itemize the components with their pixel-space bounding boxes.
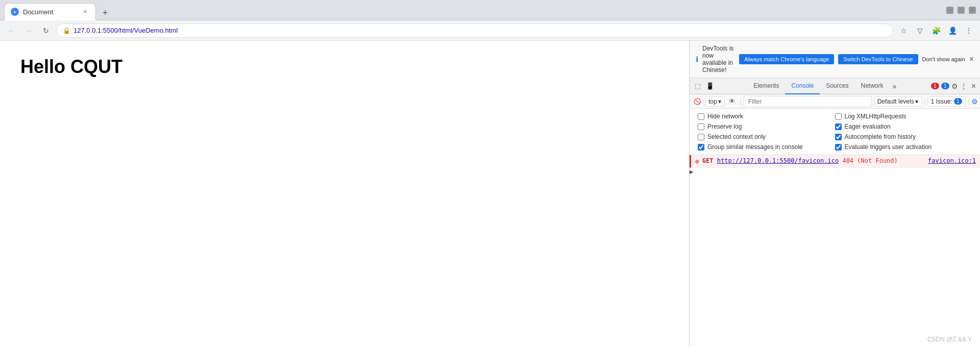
eager-eval-checkbox[interactable] — [835, 123, 842, 130]
log-entry-text: GET http://127.0.0.1:5500/favicon.ico 40… — [702, 157, 925, 164]
setting-hide-network: Hide network — [698, 113, 835, 120]
devtools-icon-group: ⬚ 📱 — [692, 80, 716, 92]
tab-sources[interactable]: Sources — [820, 78, 854, 94]
levels-chevron-icon: ▾ — [915, 98, 918, 105]
eye-icon[interactable]: 👁 — [727, 96, 738, 107]
setting-eval-triggers: Evaluate triggers user activation — [835, 143, 972, 151]
log-entry-error: ⊗ GET http://127.0.0.1:5500/favicon.ico … — [690, 155, 980, 168]
eval-triggers-label: Evaluate triggers user activation — [845, 143, 932, 151]
device-icon[interactable]: 📱 — [704, 80, 716, 92]
error-badge: 1 — [931, 83, 939, 89]
group-similar-checkbox[interactable] — [698, 144, 704, 151]
tab-bar: Document × + — [4, 0, 112, 20]
menu-icon[interactable]: ⋮ — [962, 23, 976, 38]
context-dropdown[interactable]: top ▾ — [705, 96, 725, 107]
notification-info-icon: ℹ — [696, 55, 698, 63]
hide-network-label: Hide network — [707, 113, 743, 120]
settings-right-col: Log XMLHttpRequests Eager evaluation Aut… — [835, 113, 972, 151]
match-language-button[interactable]: Always match Chrome's language — [739, 54, 834, 64]
setting-selected-context: Selected context only — [698, 133, 835, 140]
more-tabs-button[interactable]: » — [889, 82, 899, 90]
devtools-tabs: ⬚ 📱 Elements Console Sources Network » 1… — [690, 78, 980, 94]
preserve-log-checkbox[interactable] — [698, 123, 704, 130]
page-heading: Hello CQUT — [20, 56, 669, 78]
autocomplete-checkbox[interactable] — [835, 134, 842, 140]
devtools-close-button[interactable]: × — [969, 82, 978, 91]
eval-triggers-checkbox[interactable] — [835, 144, 842, 151]
setting-log-xhr: Log XMLHttpRequests — [835, 113, 972, 120]
selected-context-label: Selected context only — [707, 133, 766, 140]
chevron-down-icon: ▾ — [718, 98, 721, 105]
account-icon[interactable]: 👤 — [945, 23, 960, 38]
console-clear-button[interactable]: 🚫 — [692, 96, 703, 107]
issue-label: 1 Issue: — [931, 98, 952, 105]
log-source[interactable]: favicon.ico:1 — [928, 157, 976, 164]
refresh-button[interactable]: ↻ — [39, 23, 53, 38]
nav-bar: ← → ↻ 🔒 127.0.0.1:5500/html/VueDemo.html… — [0, 20, 980, 41]
profile-icon[interactable]: ▽ — [913, 23, 927, 38]
setting-eager-eval: Eager evaluation — [835, 123, 972, 130]
error-icon: ⊗ — [695, 158, 699, 165]
setting-preserve-log: Preserve log — [698, 123, 835, 130]
cursor-icon[interactable]: ⬚ — [692, 80, 704, 92]
issue-counter: 1 Issue: 1 — [927, 96, 966, 107]
address-text: 127.0.0.1:5500/html/VueDemo.html — [74, 27, 178, 34]
maximize-button[interactable]: □ — [958, 7, 965, 14]
forward-button[interactable]: → — [21, 23, 36, 38]
setting-group-similar: Group similar messages in console — [698, 143, 835, 151]
log-status: 404 (Not Found) — [842, 157, 897, 164]
group-similar-label: Group similar messages in console — [707, 143, 803, 151]
minimize-button[interactable]: ─ — [946, 7, 953, 14]
log-xhr-label: Log XMLHttpRequests — [845, 113, 906, 120]
tab-console[interactable]: Console — [785, 78, 820, 94]
switch-chinese-button[interactable]: Switch DevTools to Chinese — [838, 54, 918, 64]
console-toolbar: 🚫 top ▾ 👁 | Default levels ▾ | 1 Issue: … — [690, 94, 980, 109]
console-log-area: ⊗ GET http://127.0.0.1:5500/favicon.ico … — [690, 155, 980, 347]
browser-chrome: Document × + ─ □ × — [0, 0, 980, 20]
log-levels-dropdown[interactable]: Default levels ▾ — [874, 96, 922, 107]
preserve-log-label: Preserve log — [707, 123, 742, 130]
devtools-panel: ℹ DevTools is now available in Chinese! … — [689, 41, 980, 347]
tab-title: Document — [23, 8, 77, 16]
tab-elements[interactable]: Elements — [747, 78, 785, 94]
settings-left-col: Hide network Preserve log Selected conte… — [698, 113, 835, 151]
console-settings-panel: Hide network Preserve log Selected conte… — [690, 109, 980, 155]
dont-show-again-button[interactable]: Don't show again — [922, 56, 965, 62]
log-expand-arrow[interactable]: ▶ — [690, 168, 980, 176]
autocomplete-label: Autocomplete from history — [845, 133, 916, 140]
console-settings-icon[interactable]: ⚙ — [971, 97, 978, 106]
log-xhr-checkbox[interactable] — [835, 113, 842, 120]
tab-close-button[interactable]: × — [81, 8, 89, 16]
browser-tab[interactable]: Document × — [4, 3, 96, 20]
log-method: GET — [702, 157, 714, 164]
new-tab-button[interactable]: + — [98, 6, 112, 20]
filter-input[interactable] — [744, 96, 872, 107]
message-badge: 1 — [941, 83, 949, 89]
bookmark-icon[interactable]: ☆ — [896, 23, 911, 38]
lock-icon: 🔒 — [63, 27, 70, 34]
notification-text: DevTools is now available in Chinese! — [702, 45, 735, 73]
devtools-notification-bar: ℹ DevTools is now available in Chinese! … — [690, 41, 980, 78]
default-levels-label: Default levels — [877, 98, 914, 105]
close-window-button[interactable]: × — [969, 7, 976, 14]
log-url[interactable]: http://127.0.0.1:5500/favicon.ico — [717, 157, 839, 164]
devtools-more-icon[interactable]: ⋮ — [960, 82, 967, 90]
tab-favicon-icon — [11, 8, 19, 16]
devtools-settings-icon[interactable]: ⚙ — [951, 82, 958, 90]
issue-count-badge: 1 — [954, 98, 962, 105]
setting-autocomplete: Autocomplete from history — [835, 133, 972, 140]
notification-close-button[interactable]: × — [969, 55, 974, 64]
extensions-icon[interactable]: 🧩 — [929, 23, 943, 38]
page-area: Hello CQUT ℹ DevTools is now available i… — [0, 41, 980, 347]
address-bar[interactable]: 🔒 127.0.0.1:5500/html/VueDemo.html — [56, 23, 893, 38]
hide-network-checkbox[interactable] — [698, 113, 704, 120]
devtools-tab-right: 1 1 ⚙ ⋮ × — [931, 82, 978, 91]
selected-context-checkbox[interactable] — [698, 134, 704, 140]
nav-icons: ☆ ▽ 🧩 👤 ⋮ — [896, 23, 976, 38]
page-content: Hello CQUT — [0, 41, 689, 347]
watermark: CSDN @Z && Y — [927, 336, 972, 343]
back-button[interactable]: ← — [4, 23, 18, 38]
tab-network[interactable]: Network — [854, 78, 889, 94]
eager-eval-label: Eager evaluation — [845, 123, 891, 130]
context-label: top — [708, 98, 717, 105]
